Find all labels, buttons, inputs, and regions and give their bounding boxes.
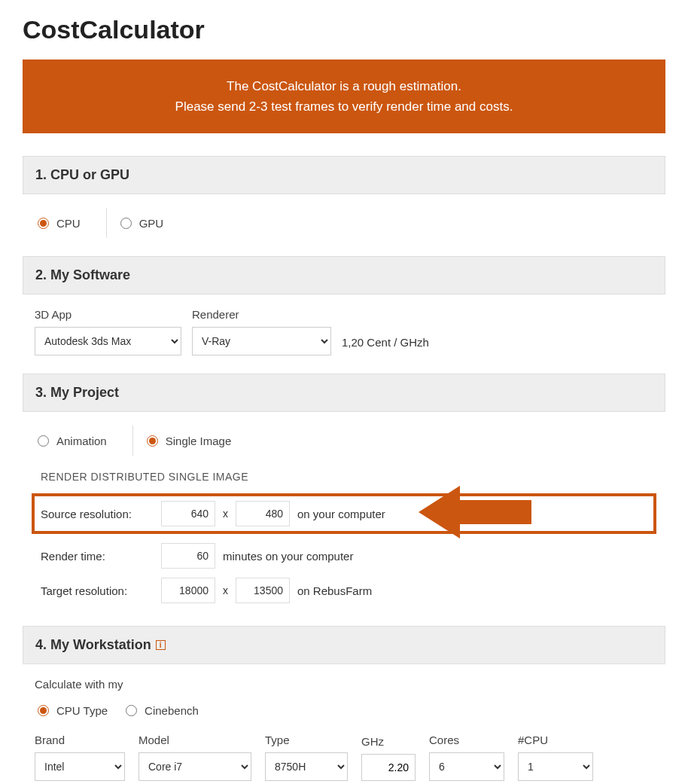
3d-app-select[interactable]: Autodesk 3ds Max <box>35 327 181 355</box>
info-icon[interactable]: i <box>156 640 166 650</box>
svg-marker-0 <box>419 486 531 538</box>
page-title: CostCalculator <box>23 15 665 44</box>
radio-animation[interactable]: Animation <box>35 430 122 452</box>
radio-cinebench-input[interactable] <box>126 705 137 716</box>
radio-gpu[interactable]: GPU <box>117 212 179 234</box>
radio-single-image-label: Single Image <box>166 435 232 447</box>
cores-select[interactable]: 6 <box>429 752 504 781</box>
radio-single-image[interactable]: Single Image <box>144 430 247 452</box>
radio-cpu-input[interactable] <box>38 218 49 229</box>
source-height-input[interactable] <box>236 501 290 526</box>
radio-cpu-type[interactable]: CPU Type <box>35 700 123 721</box>
3d-app-label: 3D App <box>35 308 181 321</box>
calculate-with-label: Calculate with my <box>35 678 653 691</box>
callout-arrow-icon <box>419 482 531 545</box>
ncpu-select[interactable]: 1 <box>518 752 593 781</box>
target-suffix: on RebusFarm <box>297 584 372 597</box>
renderer-label: Renderer <box>192 308 331 321</box>
render-time-suffix: minutes on your computer <box>223 550 353 563</box>
render-distributed-heading: RENDER DISTRIBUTED SINGLE IMAGE <box>35 471 653 483</box>
renderer-select[interactable]: V-Ray <box>192 327 331 355</box>
section-4-header: 4. My Workstation i <box>23 626 665 664</box>
section-4-title: 4. My Workstation <box>35 637 151 653</box>
banner-line-1: The CostCalculator is a rough estimation… <box>38 76 650 96</box>
radio-cpu-type-input[interactable] <box>38 705 49 716</box>
price-text: 1,20 Cent / GHzh <box>342 336 429 355</box>
ghz-input[interactable] <box>361 754 416 781</box>
radio-cpu[interactable]: CPU <box>35 212 96 234</box>
target-width-input[interactable] <box>161 578 215 603</box>
model-select[interactable]: Core i7 <box>139 752 251 781</box>
brand-select[interactable]: Intel <box>35 752 125 781</box>
radio-gpu-input[interactable] <box>120 218 132 229</box>
type-select[interactable]: 8750H <box>265 752 348 781</box>
ncpu-label: #CPU <box>518 734 593 746</box>
radio-single-image-input[interactable] <box>147 435 158 447</box>
radio-cinebench-label: Cinebench <box>145 704 199 717</box>
render-time-input[interactable] <box>161 543 215 569</box>
source-resolution-highlight: Source resolution: x on your computer <box>32 493 656 534</box>
target-height-input[interactable] <box>236 578 290 603</box>
info-banner: The CostCalculator is a rough estimation… <box>23 59 665 133</box>
radio-cpu-type-label: CPU Type <box>56 704 108 717</box>
radio-cinebench[interactable]: Cinebench <box>123 700 214 721</box>
resolution-separator: x <box>223 508 228 520</box>
section-2-header: 2. My Software <box>23 256 665 294</box>
radio-animation-label: Animation <box>56 435 107 447</box>
source-resolution-label: Source resolution: <box>41 508 154 520</box>
radio-animation-input[interactable] <box>38 435 49 447</box>
source-width-input[interactable] <box>161 501 215 526</box>
ghz-label: GHz <box>361 735 416 748</box>
divider <box>106 208 107 238</box>
target-resolution-label: Target resolution: <box>41 584 154 597</box>
divider <box>132 426 133 456</box>
render-time-label: Render time: <box>41 550 154 563</box>
type-label: Type <box>265 734 348 746</box>
model-label: Model <box>139 734 251 746</box>
radio-gpu-label: GPU <box>139 217 164 230</box>
brand-label: Brand <box>35 734 125 746</box>
source-suffix: on your computer <box>297 508 385 520</box>
cores-label: Cores <box>429 734 504 746</box>
section-3-header: 3. My Project <box>23 374 665 412</box>
section-1-header: 1. CPU or GPU <box>23 156 665 194</box>
banner-line-2: Please send 2-3 test frames to verify re… <box>38 96 650 117</box>
radio-cpu-label: CPU <box>56 217 81 230</box>
resolution-separator: x <box>223 584 228 596</box>
